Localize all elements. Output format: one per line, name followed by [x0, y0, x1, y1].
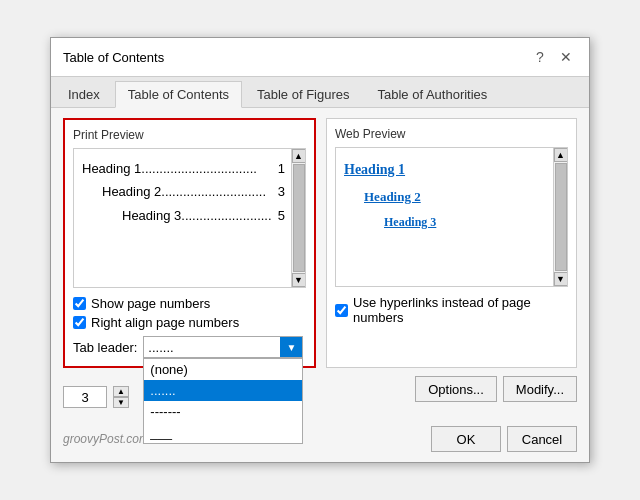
right-align-row: Right align page numbers: [73, 315, 306, 330]
dialog: Table of Contents ? ✕ Index Table of Con…: [50, 37, 590, 463]
scroll-down-button[interactable]: ▼: [292, 273, 306, 287]
title-bar: Table of Contents ? ✕: [51, 38, 589, 77]
toc-h2-text: Heading 2: [102, 180, 161, 203]
levels-spinner[interactable]: 3: [63, 386, 107, 408]
web-scroll-up[interactable]: ▲: [554, 148, 568, 162]
footer: groovyPost.com OK Cancel: [51, 418, 589, 462]
use-hyperlinks-row: Use hyperlinks instead of page numbers: [335, 295, 568, 325]
spinner-up[interactable]: ▲: [113, 386, 129, 397]
cancel-button[interactable]: Cancel: [507, 426, 577, 452]
tab-leader-arrow: ▼: [280, 337, 302, 357]
tab-leader-value: .......: [148, 340, 173, 355]
tab-leader-display[interactable]: ....... ▼: [143, 336, 303, 358]
footer-buttons: OK Cancel: [431, 426, 577, 452]
right-panel: Web Preview Heading 1 Heading 2 Heading …: [326, 118, 577, 368]
right-options: Use hyperlinks instead of page numbers: [335, 295, 568, 325]
toc-h1-text: Heading 1: [82, 157, 141, 180]
tab-leader-dropdown[interactable]: (none) ....... ------- ___: [143, 358, 303, 444]
dialog-title: Table of Contents: [63, 50, 164, 65]
toc-line-h3: Heading 3 ......................... 5: [82, 204, 285, 227]
watermark: groovyPost.com: [63, 432, 149, 446]
spinner-down[interactable]: ▼: [113, 397, 129, 408]
show-page-numbers-checkbox[interactable]: [73, 297, 86, 310]
tab-leader-label: Tab leader:: [73, 340, 137, 355]
web-preview-content: Heading 1 Heading 2 Heading 3: [336, 148, 567, 242]
options-button[interactable]: Options...: [415, 376, 497, 402]
ok-button[interactable]: OK: [431, 426, 501, 452]
tab-bar: Index Table of Contents Table of Figures…: [51, 77, 589, 108]
left-options: Show page numbers Right align page numbe…: [73, 296, 306, 330]
tab-table-of-authorities[interactable]: Table of Authorities: [365, 81, 501, 107]
toc-h2-num: 3: [278, 180, 285, 203]
toc-h2-dots: .............................: [161, 180, 273, 203]
help-button[interactable]: ?: [529, 46, 551, 68]
web-heading-3: Heading 3: [344, 210, 559, 234]
dropdown-item-none[interactable]: (none): [144, 359, 302, 380]
toc-h1-dots: ................................: [141, 157, 273, 180]
tab-table-of-contents[interactable]: Table of Contents: [115, 81, 242, 108]
panels: Print Preview Heading 1 ................…: [63, 118, 577, 368]
toc-h3-text: Heading 3: [122, 204, 181, 227]
tab-leader-select-wrap: ....... ▼ (none) ....... ------- ___: [143, 336, 303, 358]
web-preview-label: Web Preview: [335, 127, 568, 141]
dropdown-item-dots[interactable]: .......: [144, 380, 302, 401]
use-hyperlinks-label: Use hyperlinks instead of page numbers: [353, 295, 568, 325]
print-preview-content: Heading 1 ..............................…: [74, 149, 305, 235]
web-preview-scrollbar[interactable]: ▲ ▼: [553, 148, 567, 286]
left-panel: Print Preview Heading 1 ................…: [63, 118, 316, 368]
spinner-wrap: 3 ▲ ▼: [63, 386, 129, 408]
tab-table-of-figures[interactable]: Table of Figures: [244, 81, 363, 107]
toc-h3-dots: .........................: [181, 204, 273, 227]
web-heading-1: Heading 1: [344, 156, 559, 184]
close-button[interactable]: ✕: [555, 46, 577, 68]
show-page-numbers-label: Show page numbers: [91, 296, 210, 311]
options-modify-buttons: Options... Modify...: [415, 376, 577, 402]
toc-h1-num: 1: [278, 157, 285, 180]
web-scroll-down[interactable]: ▼: [554, 272, 568, 286]
scroll-thumb[interactable]: [293, 164, 305, 272]
toc-line-h2: Heading 2 ............................. …: [82, 180, 285, 203]
dropdown-item-dashes[interactable]: -------: [144, 401, 302, 422]
tab-leader-row: Tab leader: ....... ▼ (none) .......: [73, 336, 306, 358]
toc-h3-num: 5: [278, 204, 285, 227]
use-hyperlinks-checkbox[interactable]: [335, 304, 348, 317]
modify-button[interactable]: Modify...: [503, 376, 577, 402]
web-heading-2: Heading 2: [344, 184, 559, 210]
web-preview-box: Heading 1 Heading 2 Heading 3 ▲ ▼: [335, 147, 568, 287]
print-preview-box: Heading 1 ..............................…: [73, 148, 306, 288]
spinner-buttons: ▲ ▼: [113, 386, 129, 408]
show-page-numbers-row: Show page numbers: [73, 296, 306, 311]
print-preview-scrollbar[interactable]: ▲ ▼: [291, 149, 305, 287]
web-scroll-thumb[interactable]: [555, 163, 567, 271]
scroll-up-button[interactable]: ▲: [292, 149, 306, 163]
toc-line-h1: Heading 1 ..............................…: [82, 157, 285, 180]
right-align-label: Right align page numbers: [91, 315, 239, 330]
print-preview-label: Print Preview: [73, 128, 306, 142]
dropdown-item-underline[interactable]: ___: [144, 422, 302, 443]
dialog-body: Print Preview Heading 1 ................…: [51, 108, 589, 418]
right-align-checkbox[interactable]: [73, 316, 86, 329]
tab-index[interactable]: Index: [55, 81, 113, 107]
title-bar-buttons: ? ✕: [529, 46, 577, 68]
